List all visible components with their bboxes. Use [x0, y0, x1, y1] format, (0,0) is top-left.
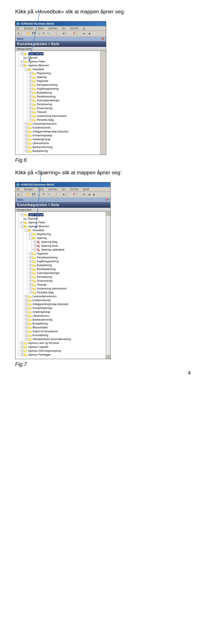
tree-node[interactable]: +Periodeavslutning [16, 83, 106, 87]
expander-icon[interactable]: + [21, 52, 23, 55]
menu-vis[interactable]: Vis [62, 188, 65, 191]
tree-node[interactable]: +Kontantregnskap [16, 134, 106, 138]
menu-format[interactable]: Format [70, 188, 78, 191]
expander-icon[interactable]: + [25, 326, 28, 329]
tree-node[interactable]: +Årsavslutning [16, 106, 106, 110]
expander-icon[interactable]: + [21, 346, 23, 348]
expander-icon[interactable]: + [29, 284, 32, 286]
tree-node[interactable]: +Automatposteringer [16, 271, 110, 275]
tree-node[interactable]: +Periodisering [16, 102, 106, 106]
expander-icon[interactable]: + [25, 307, 28, 310]
expander-icon[interactable]: + [29, 80, 32, 82]
prev-icon[interactable]: ◀ [87, 192, 91, 196]
meny-tab[interactable]: Meny 📌 [15, 36, 106, 41]
expander-icon[interactable]: + [29, 88, 32, 90]
expander-icon[interactable]: + [29, 111, 32, 114]
tree-node[interactable]: -Hovedbok [16, 228, 110, 232]
tree-node[interactable]: +Agresso Lønn og Personal [16, 341, 110, 345]
expander-icon[interactable]: + [25, 295, 28, 298]
tree-node[interactable]: +Avgiftsrapportering [16, 87, 106, 91]
tree-node[interactable]: +Avtaleregnskap [16, 310, 110, 314]
menu-format[interactable]: Format [70, 27, 78, 30]
expander-icon[interactable]: + [29, 233, 32, 236]
menu-fil[interactable]: Fil [17, 27, 20, 30]
tree-node[interactable]: +Rentebelastning [16, 94, 106, 98]
expander-icon[interactable]: + [25, 122, 28, 125]
first-icon[interactable]: ⏮ [82, 31, 86, 36]
tree-node[interactable]: +Agresso Logistikk [16, 345, 110, 349]
expander-icon[interactable]: + [25, 126, 28, 129]
expander-icon[interactable]: - [21, 64, 23, 67]
expander-icon[interactable]: + [29, 118, 32, 122]
tree-node[interactable]: +Periodisk bilag [16, 290, 110, 294]
next-icon[interactable]: ▶ [92, 192, 96, 196]
expander-icon[interactable]: + [21, 214, 23, 216]
expander-icon[interactable]: + [29, 260, 32, 263]
tree-node[interactable]: +Leverandørreskontro [16, 122, 106, 126]
expander-icon[interactable]: + [25, 338, 28, 341]
tree-node[interactable]: +Avtaleregnskap [16, 138, 106, 141]
tree-node[interactable]: +Anleggverdiregnskap (klassisk) [16, 302, 110, 306]
tree-node[interactable]: +Rapporter [16, 79, 106, 83]
menu-kobli[interactable]: Kobli [83, 188, 89, 191]
expander-icon[interactable]: + [21, 60, 23, 63]
tree-node[interactable]: +Registrering [16, 232, 110, 236]
expander-icon[interactable]: + [25, 134, 28, 137]
menu-data[interactable]: Data [38, 27, 44, 30]
expander-icon[interactable]: + [29, 99, 32, 102]
expander-icon[interactable]: + [29, 103, 32, 106]
menu-data[interactable]: Data [38, 188, 44, 191]
expander-icon[interactable]: + [21, 342, 23, 344]
expander-icon[interactable]: + [21, 350, 23, 352]
copy-icon[interactable]: 📋 [51, 192, 56, 196]
open-icon[interactable]: 📂 [26, 31, 31, 36]
tree-node[interactable]: +Kundereskontro [16, 298, 110, 302]
expander-icon[interactable]: + [34, 244, 36, 247]
tree-node[interactable]: +Tilskudd [16, 110, 106, 114]
tree-node[interactable]: +Spørring [16, 75, 106, 79]
menu-fil[interactable]: Fil [17, 188, 20, 191]
search-icon[interactable]: 🔍 [36, 31, 41, 36]
expander-icon[interactable]: + [25, 311, 28, 314]
expander-icon[interactable]: + [29, 92, 32, 94]
expander-icon[interactable]: + [29, 252, 32, 255]
tree-node[interactable]: +Periodisering [16, 275, 110, 279]
copy-icon[interactable]: 📋 [51, 31, 56, 36]
menu-vis[interactable]: Vis [62, 27, 65, 30]
tree-node[interactable]: +Agresso Informasjonsstyring [16, 349, 110, 353]
tree-node[interactable]: -Agresso Økonomi [16, 224, 110, 228]
tree-node[interactable]: +Avgiftsrapportering [16, 260, 110, 263]
tree-node[interactable]: +Rentebelastning [16, 267, 110, 271]
tree-node[interactable]: +Budsjettering [16, 322, 110, 326]
tree-node[interactable]: +Bankavstemming [16, 145, 106, 149]
menu-rediger[interactable]: Rediger [24, 188, 33, 191]
tree-node[interactable]: +Budsjettering [16, 263, 110, 267]
expander-icon[interactable]: + [29, 264, 32, 267]
expander-icon[interactable]: - [29, 237, 32, 240]
expander-icon[interactable]: + [29, 268, 32, 271]
expander-icon[interactable]: + [21, 221, 23, 224]
expander-icon[interactable]: + [34, 241, 36, 244]
expander-icon[interactable]: + [29, 115, 32, 118]
expander-icon[interactable]: + [25, 318, 28, 321]
tree-node[interactable]: +Egne menyer [16, 213, 110, 217]
tree-node[interactable]: +Avstemming interimskonti [16, 287, 110, 290]
expander-icon[interactable]: + [34, 248, 36, 251]
expander-icon[interactable]: + [25, 146, 28, 149]
first-icon[interactable]: ⏮ [82, 192, 86, 196]
expander-icon[interactable]: + [29, 287, 32, 290]
tree-node[interactable]: +Periodeavslutning [16, 256, 110, 260]
expander-icon[interactable]: + [25, 142, 28, 145]
tree-node[interactable]: -Spørring [16, 236, 110, 240]
tree-node[interactable]: +Kundereskontro [16, 126, 106, 130]
expander-icon[interactable]: + [29, 256, 32, 259]
pin-icon[interactable]: 📌 [105, 198, 109, 201]
tree-node[interactable]: Oppstart [16, 56, 106, 60]
menu-verktøy[interactable]: Verktøy [48, 188, 57, 191]
tool-icon[interactable]: 🔧 [46, 192, 51, 196]
tree-node[interactable]: +Import fra forsystemer [16, 330, 110, 333]
expander-icon[interactable]: + [25, 334, 28, 337]
tree-node[interactable]: -Agresso Økonomi [16, 64, 106, 68]
expander-icon[interactable]: + [29, 72, 32, 75]
scroll-down-icon[interactable]: ▼ [106, 355, 110, 359]
